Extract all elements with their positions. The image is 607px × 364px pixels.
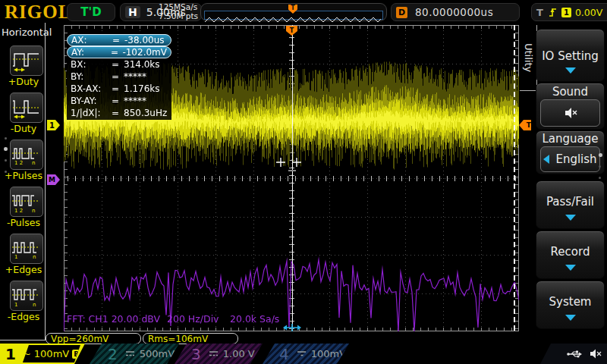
bandwidth-limit-badge: B — [72, 350, 80, 359]
menu-item-minus-duty[interactable] — [10, 93, 43, 123]
menu-button-io-setting[interactable]: IO Setting — [536, 29, 605, 82]
channel-3-scale: 1.00 V — [223, 348, 255, 359]
delay-box: D 80.0000000us — [391, 3, 520, 21]
channel-2-number: 2 — [90, 345, 125, 363]
menu-label-plus-duty: +Duty — [0, 76, 47, 87]
sidebar-divider — [45, 23, 46, 340]
measurement-vpp[interactable]: Vpp=260mV — [46, 333, 141, 344]
menu-button-pass-fail[interactable]: Pass/Fail — [536, 180, 605, 229]
channel-1-scale-box: ~100mV B — [23, 345, 80, 362]
rigol-logo: RIGOL — [5, 2, 71, 23]
cursor-results-panel: AX:=-38.00us AY:=-102.0mV BX:=314.0ks BY… — [67, 33, 171, 120]
cursor-horizontal-arrows-icon[interactable] — [282, 324, 302, 331]
channel-3-number: 3 — [175, 345, 209, 363]
plus-edges-icon: 1 n — [11, 234, 41, 262]
trigger-status-badge: T'D — [67, 3, 115, 21]
measurement-rms[interactable]: Rms=106mV — [143, 333, 238, 344]
dc-coupling-icon — [297, 350, 307, 357]
sound-mute-button[interactable] — [540, 99, 600, 127]
ac-coupling-icon: ~ — [23, 348, 31, 359]
cursor-row-by-ay: BY-AY:=***** — [67, 95, 171, 107]
menu-tab-utility: Utility — [520, 25, 537, 91]
trigger-label: T — [536, 7, 543, 18]
menu-item-plus-edges[interactable]: 1 n — [10, 234, 43, 264]
svg-text:1: 1 — [14, 254, 17, 260]
menu-button-record[interactable]: Record — [536, 231, 605, 279]
chevron-down-icon — [565, 215, 576, 221]
delay-label: D — [396, 7, 407, 18]
menu-item-plus-pulses[interactable]: 1 2 n — [10, 140, 43, 170]
svg-text:n: n — [32, 160, 35, 166]
channel-1-scale: 100mV — [34, 348, 69, 359]
math-position-marker[interactable]: M — [47, 174, 61, 185]
left-page-dot — [5, 159, 7, 162]
menu-label-minus-duty: -Duty — [0, 123, 47, 134]
delay-value: 80.0000000us — [415, 6, 493, 18]
svg-text:1: 1 — [14, 302, 17, 308]
cursor-row-ay: AY:=-102.0mV — [67, 46, 171, 58]
menu-label-plus-pulses: +Pulses — [0, 170, 47, 181]
channel-4-scale: 100mV — [311, 348, 346, 359]
left-page-dot — [5, 171, 7, 173]
left-menu-title: Horizontal — [2, 27, 46, 38]
cursor-row-bx-ax: BX-AX:=1.176ks — [67, 83, 171, 95]
channel-1-number: 1 — [0, 345, 23, 363]
channel-4-number: 4 — [263, 345, 297, 363]
dc-coupling-icon — [125, 350, 135, 357]
language-select[interactable]: English — [540, 146, 600, 172]
waveform-memory-bar[interactable]: T — [200, 3, 387, 21]
svg-text:n: n — [32, 208, 35, 214]
ch1-position-marker[interactable]: 1 — [47, 120, 62, 130]
menu-item-plus-duty[interactable] — [10, 46, 43, 76]
speaker-muted-icon — [589, 348, 602, 359]
menu-label-minus-edges: -Edges — [0, 311, 47, 322]
channel-2-scale: 500mV — [140, 348, 175, 359]
chevron-down-icon — [565, 265, 576, 271]
dc-coupling-icon — [209, 350, 219, 357]
svg-text:1 2: 1 2 — [14, 160, 23, 166]
fft-scale-info: 200 Hz/Div — [167, 313, 219, 325]
h-label: H — [125, 6, 140, 18]
memory-depth: 7.50M pts — [159, 11, 198, 20]
memory-waveform-icon — [205, 17, 381, 23]
chevron-down-icon — [565, 67, 576, 74]
fft-source-info: FFT: CH1 20.00 dBV — [67, 313, 160, 325]
speaker-muted-icon — [563, 106, 578, 120]
cursor-row-by: BY:=***** — [67, 71, 171, 83]
left-page-dot-active — [4, 147, 8, 151]
plus-pulses-icon: 1 2 n — [11, 140, 41, 168]
menu-label-plus-edges: +Edges — [0, 264, 47, 275]
channel-4-status[interactable]: 4 100mV — [263, 344, 349, 364]
channel-1-status[interactable]: 1 ~100mV B — [0, 344, 86, 364]
language-value: English — [555, 152, 596, 166]
cursor-row-bx: BX:=314.0ks — [67, 58, 171, 71]
plus-duty-icon — [11, 46, 41, 74]
fft-rate-info: 20.0k Sa/s — [230, 313, 279, 325]
menu-label-minus-pulses: -Pulses — [0, 217, 47, 228]
acquisition-info: 125MSa/s 7.50M pts — [159, 2, 198, 20]
left-page-dot — [5, 137, 7, 140]
menu-item-minus-pulses[interactable]: 1 2 n — [10, 187, 43, 217]
trigger-source-badge: 1 — [561, 8, 571, 17]
menu-button-language[interactable]: Language English — [536, 130, 605, 174]
cursor-row-ax: AX:=-38.00us — [67, 34, 171, 46]
chevron-left-icon — [543, 155, 549, 164]
trigger-box: T 1 0.00V — [531, 3, 607, 21]
menu-button-system[interactable]: System — [536, 281, 605, 329]
usb-icon — [566, 349, 583, 359]
system-status-area — [536, 344, 607, 364]
menu-button-sound[interactable]: Sound — [536, 83, 605, 130]
menu-item-minus-edges[interactable]: 1 n — [10, 281, 43, 311]
channel-3-status[interactable]: 3 1.00 V — [175, 344, 263, 364]
minus-edges-icon: 1 n — [11, 281, 41, 309]
oscilloscope-screen: RIGOL T'D H 5.00ms 125MSa/s 7.50M pts T … — [0, 0, 607, 364]
right-page-dot — [599, 165, 601, 168]
trigger-level-value: 0.00V — [575, 7, 602, 18]
sidebar-bottom-border — [0, 340, 46, 340]
right-page-dot — [599, 177, 601, 179]
trigger-level-marker[interactable]: T — [519, 120, 533, 130]
cursor-row-inv-dx: 1/|dX|:=850.3uHz — [67, 107, 171, 119]
right-page-dot-active — [599, 153, 602, 157]
channel-2-status[interactable]: 2 500mV — [90, 344, 179, 364]
sample-rate: 125MSa/s — [159, 2, 198, 11]
